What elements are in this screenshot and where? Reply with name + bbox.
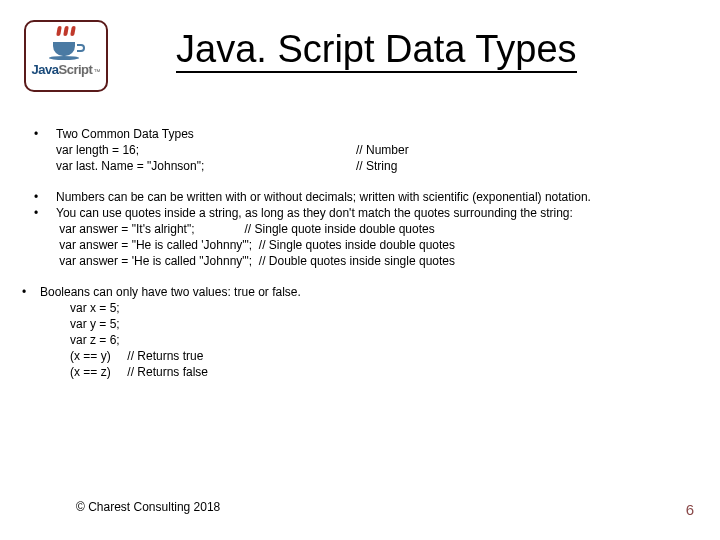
coffee-cup-icon <box>53 36 79 60</box>
b4-line4: (x == y) // Returns true <box>40 348 690 364</box>
logo-tm: ™ <box>93 68 100 75</box>
b4-line5: (x == z) // Returns false <box>40 364 690 380</box>
logo-text: Java Script ™ <box>32 62 101 77</box>
bullet-marker: • <box>22 284 40 381</box>
b3-line1: var answer = "It's alright"; // Single q… <box>56 221 690 237</box>
bullet-marker: • <box>34 189 56 205</box>
b3-text: You can use quotes inside a string, as l… <box>56 205 690 221</box>
bullet-marker: • <box>34 126 56 175</box>
slide-content: • Two Common Data Types var length = 16;… <box>34 126 690 381</box>
javascript-logo: Java Script ™ <box>24 20 108 92</box>
b4-line3: var z = 6; <box>40 332 690 348</box>
bullet-1: • Two Common Data Types var length = 16;… <box>34 126 690 175</box>
page-title: Java. Script Data Types <box>176 28 577 71</box>
bullet-3: • You can use quotes inside a string, as… <box>34 205 690 270</box>
bullet-2: • Numbers can be can be written with or … <box>34 189 690 205</box>
bullet-marker: • <box>34 205 56 270</box>
b4-text: Booleans can only have two values: true … <box>40 284 690 300</box>
b1-line1-code: var length = 16; <box>56 142 356 158</box>
b1-line1-comment: // Number <box>356 142 690 158</box>
copyright-footer: © Charest Consulting 2018 <box>76 500 220 514</box>
b1-heading: Two Common Data Types <box>56 126 690 142</box>
b1-line2-code: var last. Name = "Johnson"; <box>56 158 356 174</box>
logo-word-java: Java <box>32 62 59 77</box>
b4-line1: var x = 5; <box>40 300 690 316</box>
page-number: 6 <box>686 501 694 518</box>
b1-line2-comment: // String <box>356 158 690 174</box>
b2-text: Numbers can be can be written with or wi… <box>56 189 690 205</box>
bullet-4: • Booleans can only have two values: tru… <box>22 284 690 381</box>
b3-line3: var answer = 'He is called "Johnny"'; //… <box>56 253 690 269</box>
logo-word-script: Script <box>59 62 93 77</box>
b4-line2: var y = 5; <box>40 316 690 332</box>
b3-line2: var answer = "He is called 'Johnny'"; //… <box>56 237 690 253</box>
